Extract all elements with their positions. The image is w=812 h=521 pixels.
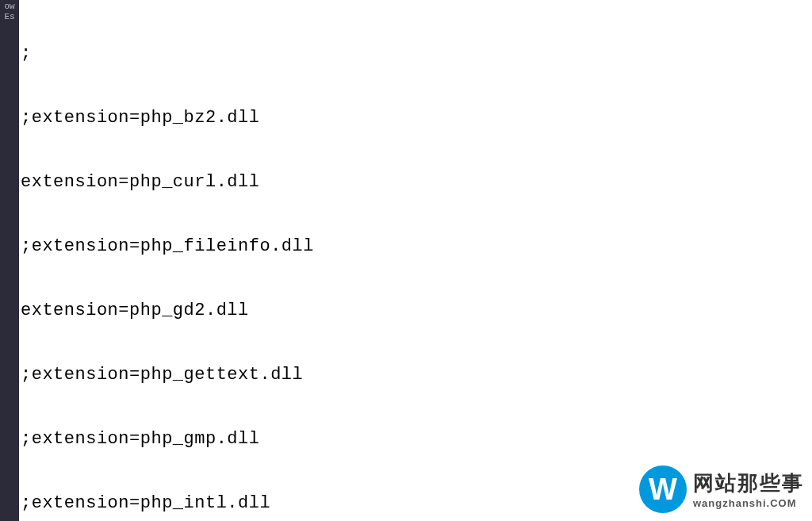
code-line: ;extension=php_bz2.dll	[21, 107, 812, 128]
code-line: ;extension=php_gettext.dll	[21, 364, 812, 385]
code-line: extension=php_curl.dll	[21, 171, 812, 193]
editor-container: ow Es ; ;extension=php_bz2.dll extension…	[0, 0, 812, 521]
code-area[interactable]: ; ;extension=php_bz2.dll extension=php_c…	[19, 0, 812, 521]
watermark: W 网站那些事 wangzhanshi.COM	[639, 465, 804, 513]
watermark-icon-letter: W	[649, 473, 677, 507]
watermark-text-group: 网站那些事 wangzhanshi.COM	[693, 469, 804, 509]
code-line: ;	[21, 43, 812, 64]
watermark-title: 网站那些事	[693, 469, 804, 497]
gutter-label-1: ow	[0, 2, 19, 12]
code-line: ;extension=php_fileinfo.dll	[21, 236, 812, 257]
gutter-label-2: Es	[0, 12, 19, 22]
line-gutter: ow Es	[0, 0, 19, 521]
code-line: extension=php_gd2.dll	[21, 300, 812, 321]
watermark-icon: W	[639, 465, 687, 513]
watermark-url: wangzhanshi.COM	[693, 497, 804, 509]
code-line: ;extension=php_gmp.dll	[21, 428, 812, 450]
